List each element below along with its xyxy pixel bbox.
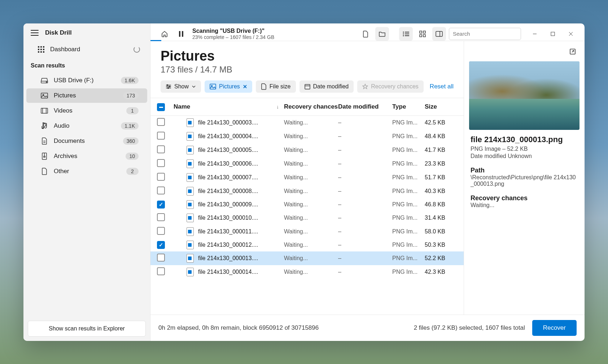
home-button[interactable]	[158, 27, 171, 41]
close-button[interactable]	[563, 28, 579, 40]
file-icon	[187, 118, 194, 127]
row-checkbox[interactable]	[157, 145, 165, 153]
cell-recovery: Waiting...	[284, 201, 338, 208]
image-icon	[210, 84, 216, 89]
pictures-filter-chip[interactable]: Pictures	[205, 80, 252, 93]
row-checkbox[interactable]	[157, 159, 165, 167]
table-row[interactable]: file 214x130_000003.... Waiting... – PNG…	[150, 116, 464, 130]
row-checkbox[interactable]	[157, 173, 165, 181]
popout-button[interactable]	[566, 45, 579, 58]
grid-view-button[interactable]	[416, 27, 429, 41]
svg-point-28	[403, 35, 404, 36]
recover-button[interactable]: Recover	[532, 320, 577, 336]
panel-toggle-button[interactable]	[432, 27, 446, 41]
maximize-button[interactable]	[545, 28, 561, 40]
filesize-filter[interactable]: File size	[256, 80, 296, 93]
cell-date: –	[338, 215, 392, 221]
row-checkbox[interactable]	[157, 241, 165, 249]
cell-date: –	[338, 255, 392, 262]
folder-view-button[interactable]	[375, 27, 389, 41]
row-checkbox[interactable]	[157, 201, 165, 209]
recovery-filter[interactable]: Recovery chances	[357, 80, 424, 93]
calendar-icon	[305, 84, 310, 89]
sidebar-item-other[interactable]: Other 2	[26, 164, 147, 179]
cell-type: PNG Im...	[392, 133, 425, 140]
footer-selection: 2 files (97.2 KB) selected, 1607 files t…	[414, 324, 525, 332]
row-checkbox[interactable]	[157, 187, 165, 194]
dashboard-link[interactable]: Dashboard	[23, 41, 150, 57]
table-row[interactable]: file 214x130_000007.... Waiting... – PNG…	[150, 171, 464, 184]
sidebar-item-label: Videos	[54, 107, 73, 114]
list-view-button[interactable]	[399, 27, 413, 41]
table-row[interactable]: file 214x130_000010.... Waiting... – PNG…	[150, 211, 464, 225]
table-row[interactable]: file 214x130_000005.... Waiting... – PNG…	[150, 143, 464, 157]
file-name: file 214x130_000013....	[198, 255, 258, 262]
cell-recovery: Waiting...	[284, 215, 338, 221]
cell-size: 41.7 KB	[425, 147, 457, 153]
row-checkbox[interactable]	[157, 227, 165, 235]
row-checkbox[interactable]	[157, 254, 165, 262]
sidebar-item-audio[interactable]: Audio 1.1K	[26, 119, 147, 133]
svg-rect-30	[420, 31, 422, 33]
reset-all-link[interactable]: Reset all	[430, 83, 454, 90]
table-row[interactable]: file 214x130_000006.... Waiting... – PNG…	[150, 157, 464, 171]
table-row[interactable]: file 214x130_000014.... Waiting... – PNG…	[150, 265, 464, 279]
table-row[interactable]: file 214x130_000011.... Waiting... – PNG…	[150, 225, 464, 238]
table-row[interactable]: file 214x130_000012.... Waiting... – PNG…	[150, 238, 464, 251]
sidebar-item-video[interactable]: Videos 1	[26, 104, 147, 118]
search-field[interactable]	[453, 31, 521, 37]
header-recovery[interactable]: Recovery chances	[284, 103, 338, 110]
header-size[interactable]: Size	[425, 103, 457, 110]
file-name: file 214x130_000011....	[198, 228, 258, 235]
date-filter[interactable]: Date modified	[299, 80, 354, 93]
cell-date: –	[338, 133, 392, 140]
cell-recovery: Waiting...	[284, 188, 338, 194]
cell-type: PNG Im...	[392, 119, 425, 126]
table-row[interactable]: file 214x130_000013.... Waiting... – PNG…	[150, 251, 464, 265]
cell-type: PNG Im...	[392, 174, 425, 181]
header-name[interactable]: Name ↓	[174, 103, 284, 110]
preview-recovery-value: Waiting...	[471, 202, 578, 209]
row-checkbox[interactable]	[157, 132, 165, 140]
sidebar-item-document[interactable]: Documents 360	[26, 134, 147, 148]
file-view-button[interactable]	[359, 27, 372, 41]
row-checkbox[interactable]	[157, 213, 165, 221]
sidebar-item-drive[interactable]: USB Drive (F:) 1.6K	[26, 73, 147, 88]
sidebar-item-badge: 1	[126, 107, 139, 114]
cell-date: –	[338, 269, 392, 275]
preview-recovery-label: Recovery chances	[471, 194, 578, 202]
search-input[interactable]	[449, 28, 521, 40]
cell-date: –	[338, 201, 392, 208]
grid-icon	[38, 46, 44, 53]
svg-point-26	[403, 33, 404, 34]
progress-bar	[150, 40, 161, 41]
sidebar-item-badge: 1.6K	[121, 77, 139, 84]
header-date[interactable]: Date modified	[338, 103, 392, 110]
show-in-explorer-button[interactable]: Show scan results in Explorer	[28, 321, 146, 337]
table-row[interactable]: file 214x130_000004.... Waiting... – PNG…	[150, 130, 464, 143]
show-filter[interactable]: Show	[161, 80, 201, 93]
row-checkbox[interactable]	[157, 118, 165, 126]
svg-rect-11	[41, 93, 48, 98]
header-checkbox[interactable]	[157, 103, 165, 111]
sidebar-item-label: Pictures	[54, 92, 76, 99]
table-row[interactable]: file 214x130_000009.... Waiting... – PNG…	[150, 198, 464, 211]
svg-rect-31	[423, 31, 425, 33]
minimize-button[interactable]	[527, 28, 543, 40]
cell-date: –	[338, 161, 392, 167]
preview-meta: PNG Image – 52.2 KB	[471, 146, 578, 152]
cell-recovery: Waiting...	[284, 119, 338, 126]
table-row[interactable]: file 214x130_000008.... Waiting... – PNG…	[150, 184, 464, 198]
close-icon[interactable]	[243, 84, 247, 89]
row-checkbox[interactable]	[157, 267, 165, 275]
menu-icon[interactable]	[31, 30, 39, 36]
svg-rect-13	[41, 108, 48, 113]
sidebar-item-badge: 360	[123, 137, 139, 145]
document-icon	[261, 83, 267, 90]
pause-button[interactable]	[174, 27, 188, 41]
header-type[interactable]: Type	[392, 103, 425, 110]
cell-recovery: Waiting...	[284, 228, 338, 235]
sidebar-item-archive[interactable]: Archives 10	[26, 149, 147, 163]
sidebar-item-image[interactable]: Pictures 173	[26, 88, 147, 103]
filter-icon	[166, 84, 171, 89]
